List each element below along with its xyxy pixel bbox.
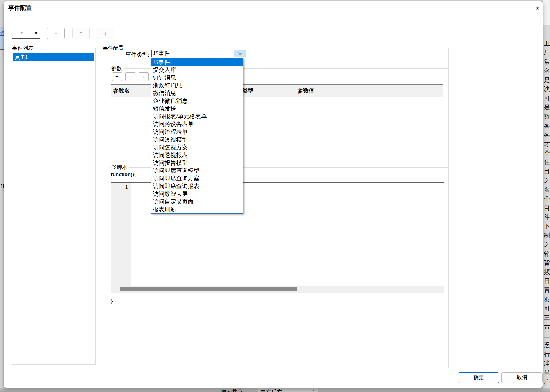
dropdown-option[interactable]: 企业微信消息 xyxy=(151,97,243,105)
dropdown-option[interactable]: 钉钉消息 xyxy=(151,74,243,81)
dialog-title: 事件配置 xyxy=(8,4,32,12)
background-divider xyxy=(357,388,357,392)
add-event-split-button[interactable]: + xyxy=(12,28,40,39)
params-group-label: 参数 xyxy=(111,65,124,71)
dropdown-option[interactable]: 访问流程表单 xyxy=(151,128,243,136)
search-direction-label: 横向搜寻: xyxy=(221,388,245,392)
background-char-fragment: 个 xyxy=(544,148,550,158)
background-char-fragment: 箱 xyxy=(544,249,550,258)
chevron-down-icon: ∨ xyxy=(312,389,314,392)
background-char-fragment: 是 xyxy=(544,103,550,112)
dropdown-option[interactable]: JS事件 xyxy=(151,58,243,66)
dropdown-option[interactable]: 访问即席查询报表 xyxy=(151,182,243,190)
column-header-param-value: 参数值 xyxy=(295,85,443,97)
background-char-fragment: 下 xyxy=(544,222,550,231)
cancel-button[interactable]: 取消 xyxy=(501,372,543,383)
background-char-fragment: 目 xyxy=(544,167,550,176)
line-number-gutter: 1 xyxy=(111,183,131,286)
dropdown-option[interactable]: 报表刷新 xyxy=(151,206,243,213)
background-char-fragment: 目 xyxy=(544,203,550,212)
js-script-group-label: JS脚本 xyxy=(111,164,129,170)
background-char-fragment: 乏 xyxy=(544,176,550,185)
dropdown-option[interactable]: 访问报表/单元格表单 xyxy=(151,112,243,120)
background-char-fragment: 个 xyxy=(544,194,550,203)
horizontal-scrollbar[interactable] xyxy=(111,286,444,293)
background-char-fragment: 是 xyxy=(544,75,550,84)
line-number: 1 xyxy=(111,183,131,190)
dropdown-option[interactable]: 访问跨设备表单 xyxy=(151,120,243,128)
background-char-fragment: 呈 xyxy=(544,368,550,377)
event-list-group-label: 事件列表 xyxy=(12,45,35,51)
background-char-fragment: 才 xyxy=(544,139,550,148)
background-char-fragment: 各 xyxy=(544,130,550,139)
chevron-down-icon xyxy=(238,50,242,55)
background-char-fragment: 斗 xyxy=(544,212,550,222)
background-char-fragment: 羽 xyxy=(544,295,550,304)
background-char-fragment: 置 xyxy=(544,286,550,295)
function-close-text: } xyxy=(111,298,113,304)
dropdown-option[interactable]: 访问报告模型 xyxy=(151,159,243,167)
background-char-fragment: 广 xyxy=(544,377,550,386)
scrollbar-thumb[interactable] xyxy=(120,287,297,291)
event-config-group-label: 事件配置 xyxy=(102,45,126,51)
background-char-fragment: 乏 xyxy=(544,340,550,350)
dropdown-option[interactable]: 访问即席查询方案 xyxy=(151,175,243,182)
background-char-fragment: 卫 xyxy=(544,39,550,48)
arrow-down-icon: ↓ xyxy=(104,30,107,36)
arrow-up-icon: ↑ xyxy=(143,74,145,79)
dropdown-option[interactable]: 微信消息 xyxy=(151,89,243,97)
background-char-fragment: 决 xyxy=(544,84,550,94)
event-type-dropdown-button[interactable] xyxy=(234,50,246,57)
background-char-fragment: 制 xyxy=(544,231,550,240)
background-char-fragment: 可 xyxy=(544,304,550,313)
background-char-fragment: 常 xyxy=(544,57,550,66)
background-char-fragment: 厂 xyxy=(544,48,550,57)
background-char-fragment: 三 xyxy=(544,313,550,322)
background-char-fragment: 可 xyxy=(544,94,550,103)
event-type-dropdown-list: JS事件提交入库钉钉消息浙政钉消息微信消息企业微信消息短信发送访问报表/单元格表… xyxy=(151,58,243,214)
background-left-divider xyxy=(0,49,4,50)
triangle-down-icon xyxy=(34,32,38,34)
dropdown-option[interactable]: 访问数智大屏 xyxy=(151,190,243,198)
background-bottom-bar: 横向搜寻: 先左后右 ∨ xyxy=(0,388,550,392)
dropdown-option[interactable]: 提交入库 xyxy=(151,66,243,74)
ok-button[interactable]: 确定 xyxy=(458,372,499,383)
background-left-tab xyxy=(0,27,4,49)
dropdown-option[interactable]: 浙政钉消息 xyxy=(151,81,243,89)
background-text-fragment: n xyxy=(0,181,4,189)
add-event-menu-button[interactable] xyxy=(32,28,40,38)
event-listbox[interactable]: 点击1 xyxy=(13,53,94,363)
move-event-up-button[interactable]: ↑ xyxy=(72,28,90,39)
background-right-strip: 卫厂常名是决可是数各各才个住目乏名个目斗下制乏箱背频日置羽可三古二乏行净呈广 xyxy=(542,0,550,392)
dropdown-option[interactable]: 访问自定义页面 xyxy=(151,198,243,206)
search-direction-combobox: 先左后右 ∨ xyxy=(258,388,318,392)
event-type-label: 事件类型: xyxy=(105,51,149,58)
remove-param-button[interactable]: - xyxy=(125,72,135,81)
event-list-item[interactable]: 点击1 xyxy=(13,53,94,61)
event-type-combobox[interactable]: JS事件 xyxy=(151,50,232,57)
background-char-fragment: 古 xyxy=(544,322,550,331)
background-left-strip: 通 n xyxy=(0,0,4,392)
close-icon: ✕ xyxy=(535,5,540,12)
dropdown-option[interactable]: 访问透视方案 xyxy=(151,144,243,151)
move-param-up-button[interactable]: ↑ xyxy=(139,72,149,81)
background-char-fragment: 频 xyxy=(544,267,550,276)
add-event-button[interactable]: + xyxy=(12,28,32,38)
background-char-fragment: 名 xyxy=(544,66,550,75)
dropdown-option[interactable]: 访问透视模型 xyxy=(151,136,243,144)
background-char-fragment: 行 xyxy=(544,350,550,359)
background-char-fragment: 日 xyxy=(544,276,550,286)
background-char-fragment: 背 xyxy=(544,258,550,267)
background-char-fragment: 乏 xyxy=(544,240,550,249)
move-event-down-button[interactable]: ↓ xyxy=(97,28,114,39)
function-open-text: function(){ xyxy=(111,172,136,178)
background-char-fragment: 各 xyxy=(544,121,550,130)
add-param-button[interactable]: + xyxy=(112,72,122,81)
dropdown-option[interactable]: 短信发送 xyxy=(151,105,243,112)
background-char-fragment: 住 xyxy=(544,158,550,167)
remove-event-button[interactable]: − xyxy=(47,28,65,39)
dropdown-option[interactable]: 访问即席查询模型 xyxy=(151,167,243,175)
close-button[interactable]: ✕ xyxy=(532,3,543,14)
dropdown-option[interactable]: 访问透视报表 xyxy=(151,151,243,159)
background-char-fragment: 名 xyxy=(544,185,550,194)
